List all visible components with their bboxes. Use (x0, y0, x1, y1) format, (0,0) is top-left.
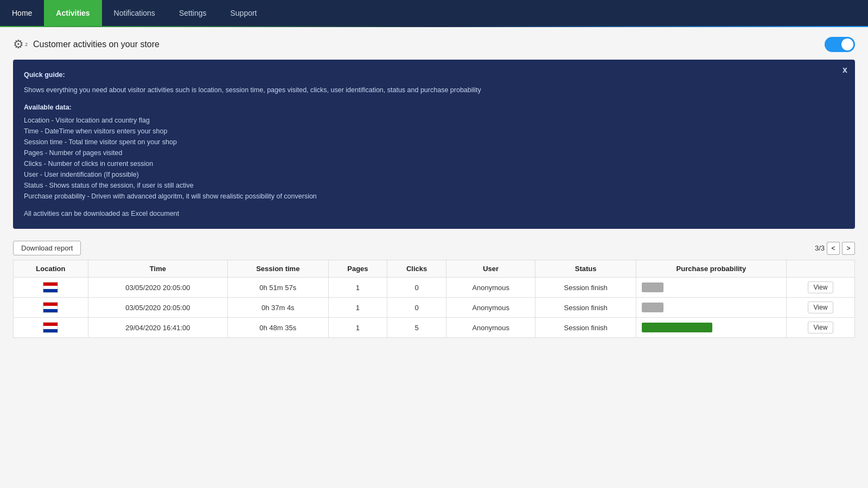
guide-box: x Quick guide: Shows everything you need… (13, 60, 855, 229)
time-cell: 03/05/2020 20:05:00 (88, 278, 227, 298)
probability-bar-container (642, 303, 781, 312)
country-flag (43, 282, 58, 293)
guide-item: Clicks - Number of clicks in current ses… (24, 158, 844, 169)
guide-item: Location - Visitor location and country … (24, 115, 844, 126)
guide-item: Status - Shows status of the session, if… (24, 180, 844, 191)
probability-bar-container (642, 323, 781, 332)
table-column-header: Purchase probability (636, 260, 786, 278)
table-header-row: Download report 3/3 < > (13, 241, 855, 255)
probability-cell (636, 298, 786, 318)
guide-item: Time - DateTime when visitors enters you… (24, 126, 844, 137)
guide-available-label: Available data: (24, 102, 844, 113)
session-time-cell: 0h 51m 57s (228, 278, 329, 298)
flag-cell (14, 318, 88, 338)
status-cell: Session finish (535, 278, 636, 298)
pages-cell: 1 (328, 318, 387, 338)
status-cell: Session finish (535, 318, 636, 338)
view-button[interactable]: View (808, 322, 834, 333)
pagination: 3/3 < > (815, 242, 855, 255)
toggle-knob (841, 38, 853, 50)
pages-cell: 1 (328, 278, 387, 298)
navbar: Home Activities Notifications Settings S… (0, 0, 868, 26)
table-body: 03/05/2020 20:05:000h 51m 57s10Anonymous… (14, 278, 855, 338)
view-button[interactable]: View (808, 281, 834, 293)
pagination-label: 3/3 (815, 244, 825, 252)
user-cell: Anonymous (446, 318, 535, 338)
probability-cell (636, 278, 786, 298)
view-button[interactable]: View (808, 301, 834, 313)
session-time-cell: 0h 37m 4s (228, 298, 329, 318)
view-cell: View (786, 298, 854, 318)
table-column-header: Clicks (387, 260, 446, 278)
country-flag (43, 322, 58, 333)
status-cell: Session finish (535, 298, 636, 318)
nav-activities[interactable]: Activities (44, 0, 101, 26)
clicks-cell: 0 (387, 298, 446, 318)
probability-bar (642, 303, 663, 312)
table-row: 03/05/2020 20:05:000h 51m 57s10Anonymous… (14, 278, 855, 298)
table-row: 29/04/2020 16:41:000h 48m 35s15Anonymous… (14, 318, 855, 338)
view-cell: View (786, 318, 854, 338)
nav-support[interactable]: Support (218, 0, 269, 26)
data-table: LocationTimeSession timePagesClicksUserS… (13, 260, 855, 338)
nav-home[interactable]: Home (0, 0, 44, 26)
page-title: ⚙2 Customer activities on your store (13, 37, 159, 52)
flag-cell (14, 278, 88, 298)
gear-icon: ⚙2 (13, 37, 28, 52)
session-time-cell: 0h 48m 35s (228, 318, 329, 338)
toggle-slider (825, 37, 855, 52)
next-page-button[interactable]: > (842, 242, 855, 255)
table-column-header: Session time (228, 260, 329, 278)
table-column-header: Time (88, 260, 227, 278)
download-report-button[interactable]: Download report (13, 241, 81, 255)
probability-bar (642, 282, 663, 292)
guide-items: Location - Visitor location and country … (24, 115, 844, 202)
user-cell: Anonymous (446, 278, 535, 298)
table-column-header: Pages (328, 260, 387, 278)
time-cell: 03/05/2020 20:05:00 (88, 298, 227, 318)
guide-item: Session time - Total time visitor spent … (24, 137, 844, 147)
user-cell: Anonymous (446, 298, 535, 318)
guide-footer: All activities can be downloaded as Exce… (24, 208, 844, 219)
nav-settings[interactable]: Settings (167, 0, 219, 26)
guide-item: Pages - Number of pages visited (24, 147, 844, 158)
table-column-header: Location (14, 260, 88, 278)
probability-bar-container (642, 282, 781, 292)
guide-close-button[interactable]: x (843, 65, 847, 75)
clicks-cell: 0 (387, 278, 446, 298)
table-column-header: Status (535, 260, 636, 278)
table-head: LocationTimeSession timePagesClicksUserS… (14, 260, 855, 278)
guide-title: Quick guide: (24, 69, 844, 80)
probability-cell (636, 318, 786, 338)
table-row: 03/05/2020 20:05:000h 37m 4s10AnonymousS… (14, 298, 855, 318)
clicks-cell: 5 (387, 318, 446, 338)
table-column-header-actions (786, 260, 854, 278)
flag-cell (14, 298, 88, 318)
guide-description: Shows everything you need about visitor … (24, 85, 844, 95)
table-header-row-el: LocationTimeSession timePagesClicksUserS… (14, 260, 855, 278)
activity-toggle[interactable] (825, 37, 855, 52)
guide-item: User - User indentification (If possible… (24, 169, 844, 180)
guide-item: Purchase probability - Driven with advan… (24, 191, 844, 202)
country-flag (43, 302, 58, 313)
time-cell: 29/04/2020 16:41:00 (88, 318, 227, 338)
view-cell: View (786, 278, 854, 298)
pages-cell: 1 (328, 298, 387, 318)
page-title-text: Customer activities on your store (33, 40, 159, 49)
page-title-row: ⚙2 Customer activities on your store (13, 37, 855, 52)
probability-bar (642, 323, 712, 332)
nav-notifications[interactable]: Notifications (102, 0, 167, 26)
prev-page-button[interactable]: < (827, 242, 840, 255)
main-content: ⚙2 Customer activities on your store x Q… (0, 27, 868, 348)
table-column-header: User (446, 260, 535, 278)
